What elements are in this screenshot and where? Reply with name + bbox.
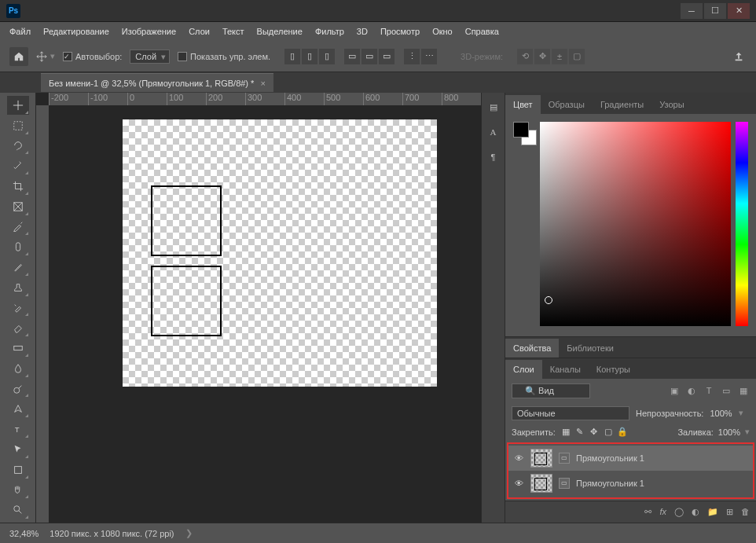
menu-text[interactable]: Текст (222, 27, 244, 36)
show-controls-checkbox[interactable] (178, 52, 187, 61)
crop-tool[interactable] (7, 177, 29, 196)
lock-artboard-icon[interactable]: ▢ (603, 427, 614, 438)
distribute-icon[interactable]: ⋮ (404, 49, 420, 64)
pen-tool[interactable] (7, 399, 29, 418)
opacity-value[interactable]: 100% (710, 409, 732, 418)
auto-select-option[interactable]: Автовыбор: (63, 52, 122, 61)
more-align-icon[interactable]: ⋯ (421, 49, 437, 64)
layer-thumbnail[interactable] (530, 474, 552, 493)
history-icon[interactable]: ▤ (486, 99, 501, 115)
close-button[interactable]: ✕ (728, 3, 750, 19)
type-tool[interactable]: T (7, 420, 29, 438)
show-controls-option[interactable]: Показать упр. элем. (178, 52, 270, 61)
layer-thumbn     [interactable] (530, 449, 552, 468)
filter-adjust-icon[interactable]: ◐ (685, 384, 698, 397)
pan-3d-icon[interactable]: ✥ (534, 49, 550, 64)
paragraph-icon[interactable]: ¶ (486, 149, 501, 165)
zoom-level[interactable]: 32,48% (9, 529, 39, 538)
align-top-icon[interactable]: ▭ (344, 49, 360, 64)
menu-window[interactable]: Окно (432, 27, 453, 36)
foreground-background-swatches[interactable] (513, 122, 535, 328)
rectangle-shape-1[interactable] (151, 185, 222, 256)
lock-position-icon[interactable]: ✥ (589, 427, 600, 438)
visibility-icon[interactable]: 👁 (513, 453, 524, 464)
rectangle-shape-2[interactable] (151, 266, 222, 336)
auto-select-checkbox[interactable] (63, 52, 72, 61)
zoom-3d-icon[interactable]: ± (552, 49, 567, 64)
magic-wand-tool[interactable] (7, 156, 29, 175)
tab-libraries[interactable]: Библиотеки (559, 339, 622, 358)
delete-layer-icon[interactable]: 🗑 (741, 507, 750, 516)
foreground-color-swatch[interactable] (513, 122, 529, 138)
align-center-h-icon[interactable]: ▯ (302, 49, 317, 64)
document-info[interactable]: 1920 пикс. x 1080 пикс. (72 ppi) (50, 529, 174, 538)
menu-file[interactable]: Файл (9, 27, 31, 36)
orbit-3d-icon[interactable]: ⟲ (517, 49, 533, 64)
tab-paths[interactable]: Контуры (589, 360, 638, 379)
blur-tool[interactable] (7, 359, 29, 378)
fx-icon[interactable]: fx (659, 507, 666, 516)
camera-3d-icon[interactable]: ▢ (569, 49, 585, 64)
frame-tool[interactable] (7, 197, 29, 216)
menu-edit[interactable]: Редактирование (43, 27, 109, 36)
move-tool-icon[interactable]: ▾ (36, 51, 55, 62)
lasso-tool[interactable] (7, 137, 29, 156)
shape-tool[interactable] (7, 460, 29, 479)
link-layers-icon[interactable]: ⚯ (644, 507, 651, 517)
path-select-tool[interactable] (7, 440, 29, 459)
layer-row[interactable]: 👁 ▭ Прямоугольник 1 (508, 446, 753, 471)
stamp-tool[interactable] (7, 278, 29, 297)
brush-tool[interactable] (7, 258, 29, 277)
layer-row[interactable]: 👁 ▭ Прямоугольник 1 (508, 471, 753, 496)
layer-filter-select[interactable]: 🔍 Вид (512, 383, 590, 398)
close-tab-icon[interactable]: × (260, 79, 265, 88)
document-tab[interactable]: Без имени-1 @ 32,5% (Прямоугольник 1, RG… (41, 73, 273, 92)
align-center-v-icon[interactable]: ▭ (361, 49, 377, 64)
color-picker-field[interactable] (540, 122, 731, 326)
menu-image[interactable]: Изображение (122, 27, 176, 36)
menu-view[interactable]: Просмотр (380, 27, 420, 36)
character-icon[interactable]: A (486, 124, 501, 140)
dodge-tool[interactable] (7, 380, 29, 398)
marquee-tool[interactable] (7, 116, 29, 135)
filter-type-icon[interactable]: T (703, 384, 715, 397)
filter-shape-icon[interactable]: ▭ (720, 384, 732, 397)
minimize-button[interactable]: ─ (681, 3, 703, 19)
blend-mode-select[interactable]: Обычные (512, 406, 629, 420)
hand-tool[interactable] (7, 481, 29, 500)
new-layer-icon[interactable]: ⊞ (726, 507, 733, 517)
tab-swatches[interactable]: Образцы (541, 95, 593, 114)
visibility-icon[interactable]: 👁 (513, 478, 524, 489)
canvas[interactable] (123, 119, 437, 387)
healing-tool[interactable] (7, 237, 29, 256)
gradient-tool[interactable] (7, 339, 29, 358)
adjustment-icon[interactable]: ◐ (692, 507, 699, 517)
history-brush-tool[interactable] (7, 299, 29, 317)
eyedropper-tool[interactable] (7, 218, 29, 237)
lock-transparency-icon[interactable]: ▦ (560, 427, 571, 438)
filter-smart-icon[interactable]: ▦ (737, 384, 750, 397)
tab-color[interactable]: Цвет (505, 95, 541, 114)
menu-help[interactable]: Справка (465, 27, 499, 36)
align-right-icon[interactable]: ▯ (319, 49, 335, 64)
menu-layers[interactable]: Слои (189, 27, 210, 36)
layer-name[interactable]: Прямоугольник 1 (576, 479, 644, 488)
tab-patterns[interactable]: Узоры (651, 95, 692, 114)
ruler-vertical[interactable] (36, 105, 49, 523)
mask-icon[interactable]: ◯ (674, 507, 684, 517)
lock-all-icon[interactable]: 🔒 (617, 427, 628, 438)
eraser-tool[interactable] (7, 318, 29, 337)
menu-3d[interactable]: 3D (357, 27, 368, 36)
home-button[interactable] (9, 47, 28, 66)
align-left-icon[interactable]: ▯ (284, 49, 300, 64)
layer-name[interactable]: Прямоугольник 1 (576, 453, 644, 463)
canvas-viewport[interactable] (49, 105, 481, 523)
tab-gradients[interactable]: Градиенты (593, 95, 651, 114)
tab-layers[interactable]: Слои (505, 360, 542, 379)
filter-pixel-icon[interactable]: ▣ (668, 384, 681, 397)
hue-slider[interactable] (736, 122, 748, 326)
tab-properties[interactable]: Свойства (505, 339, 559, 358)
share-icon[interactable] (731, 49, 747, 64)
info-chevron-icon[interactable]: ❯ (185, 528, 193, 538)
menu-select[interactable]: Выделение (257, 27, 303, 36)
